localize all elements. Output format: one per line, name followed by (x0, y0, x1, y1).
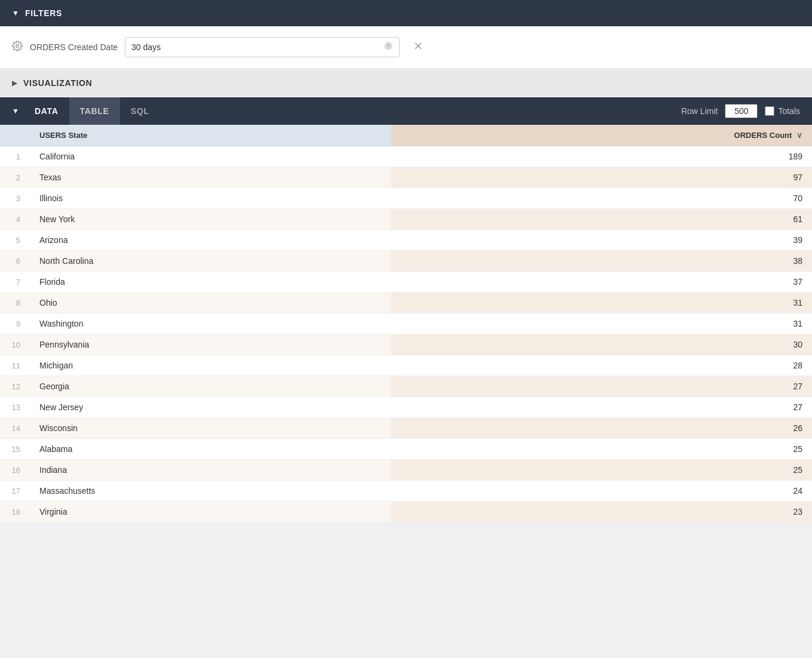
help-icon[interactable]: ? (384, 41, 393, 53)
cell-row-num: 13 (0, 397, 30, 418)
cell-count: 61 (391, 209, 812, 230)
cell-count: 31 (391, 313, 812, 334)
table-row: 4New York61 (0, 209, 812, 230)
visualization-title: VISUALIZATION (23, 78, 92, 88)
cell-count: 39 (391, 230, 812, 251)
table-row: 7Florida37 (0, 272, 812, 293)
cell-state: Georgia (30, 376, 391, 397)
totals-checkbox[interactable] (765, 106, 774, 116)
cell-row-num: 1 (0, 146, 30, 167)
data-collapse-icon: ▼ (12, 107, 19, 115)
cell-row-num: 4 (0, 209, 30, 230)
cell-state: New York (30, 209, 391, 230)
table-row: 15Alabama25 (0, 439, 812, 460)
svg-text:?: ? (387, 43, 390, 49)
sort-icon: ∨ (796, 131, 802, 140)
data-header-right: Row Limit Totals (681, 104, 800, 118)
visualization-header[interactable]: ▶ VISUALIZATION (0, 70, 812, 96)
cell-state: Virginia (30, 502, 391, 522)
tab-table[interactable]: TABLE (69, 97, 120, 125)
cell-row-num: 16 (0, 460, 30, 481)
tab-data[interactable]: DATA (24, 97, 69, 125)
cell-count: 38 (391, 251, 812, 272)
cell-count: 97 (391, 167, 812, 188)
table-row: 1California189 (0, 146, 812, 167)
table-row: 16Indiana25 (0, 460, 812, 481)
table-row: 11Michigan28 (0, 355, 812, 376)
svg-point-0 (16, 45, 19, 48)
table-row: 12Georgia27 (0, 376, 812, 397)
cell-row-num: 10 (0, 334, 30, 355)
cell-row-num: 9 (0, 313, 30, 334)
filters-header[interactable]: ▼ FILTERS (0, 0, 812, 26)
cell-state: Massachusetts (30, 481, 391, 502)
cell-state: Arizona (30, 230, 391, 251)
table-row: 2Texas97 (0, 167, 812, 188)
table-row: 9Washington31 (0, 313, 812, 334)
cell-count: 189 (391, 146, 812, 167)
table-row: 3Illinois70 (0, 188, 812, 209)
cell-state: Indiana (30, 460, 391, 481)
filters-title: FILTERS (25, 8, 62, 18)
table-row: 18Virginia23 (0, 502, 812, 522)
cell-count: 23 (391, 502, 812, 522)
cell-state: Pennsylvania (30, 334, 391, 355)
table-row: 13New Jersey27 (0, 397, 812, 418)
tab-sql[interactable]: SQL (120, 97, 160, 125)
table-row: 10Pennsylvania30 (0, 334, 812, 355)
table-row: 17Massachusetts24 (0, 481, 812, 502)
cell-state: New Jersey (30, 397, 391, 418)
row-limit-label: Row Limit (681, 106, 718, 116)
col-header-state[interactable]: USERS State (30, 125, 391, 146)
cell-count: 70 (391, 188, 812, 209)
col-header-count[interactable]: ORDERS Count ∨ (391, 125, 812, 146)
cell-row-num: 7 (0, 272, 30, 293)
col-header-num (0, 125, 30, 146)
cell-row-num: 3 (0, 188, 30, 209)
cell-count: 27 (391, 397, 812, 418)
cell-count: 25 (391, 460, 812, 481)
table-row: 5Arizona39 (0, 230, 812, 251)
cell-state: Illinois (30, 188, 391, 209)
cell-state: Texas (30, 167, 391, 188)
cell-row-num: 11 (0, 355, 30, 376)
table-row: 14Wisconsin26 (0, 418, 812, 439)
cell-row-num: 5 (0, 230, 30, 251)
cell-row-num: 14 (0, 418, 30, 439)
cell-count: 24 (391, 481, 812, 502)
cell-state: North Carolina (30, 251, 391, 272)
cell-state: Alabama (30, 439, 391, 460)
cell-row-num: 2 (0, 167, 30, 188)
cell-state: Michigan (30, 355, 391, 376)
cell-row-num: 6 (0, 251, 30, 272)
filter-field-label: ORDERS Created Date (30, 42, 118, 52)
cell-state: Florida (30, 272, 391, 293)
cell-row-num: 15 (0, 439, 30, 460)
cell-state: Wisconsin (30, 418, 391, 439)
data-header: ▼ DATA TABLE SQL Row Limit Totals (0, 97, 812, 125)
totals-checkbox-label[interactable]: Totals (765, 106, 800, 116)
table-row: 8Ohio31 (0, 293, 812, 313)
results-table: USERS State ORDERS Count ∨ 1California18… (0, 125, 812, 522)
cell-row-num: 17 (0, 481, 30, 502)
filters-collapse-icon: ▼ (12, 9, 19, 17)
cell-count: 25 (391, 439, 812, 460)
cell-count: 27 (391, 376, 812, 397)
row-limit-input[interactable] (725, 104, 758, 118)
cell-state: Ohio (30, 293, 391, 313)
cell-row-num: 12 (0, 376, 30, 397)
filter-clear-icon[interactable] (413, 41, 424, 54)
table-header-row: USERS State ORDERS Count ∨ (0, 125, 812, 146)
cell-row-num: 18 (0, 502, 30, 522)
cell-count: 30 (391, 334, 812, 355)
cell-count: 37 (391, 272, 812, 293)
gear-icon[interactable] (12, 41, 23, 54)
cell-row-num: 8 (0, 293, 30, 313)
filter-input-wrapper[interactable]: ? (125, 37, 400, 57)
cell-count: 31 (391, 293, 812, 313)
data-table-wrapper: USERS State ORDERS Count ∨ 1California18… (0, 125, 812, 522)
table-row: 6North Carolina38 (0, 251, 812, 272)
visualization-expand-icon: ▶ (12, 79, 17, 87)
page-wrapper: ▼ FILTERS ORDERS Created Date ? (0, 0, 812, 658)
filter-date-input[interactable] (131, 42, 379, 52)
